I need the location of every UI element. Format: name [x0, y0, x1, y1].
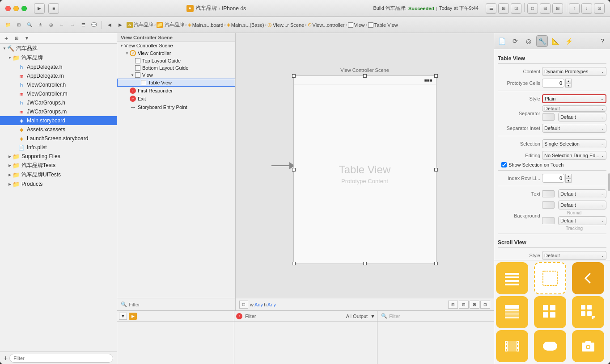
component-camera[interactable] [572, 330, 604, 362]
breadcrumb-storyboard[interactable]: ◈ Main.s...board [188, 22, 224, 28]
editor-standard[interactable]: □ [527, 3, 538, 14]
component-film-strip[interactable] [496, 330, 528, 362]
style-select[interactable]: Plain ⌄ [542, 94, 606, 103]
index-row-increment[interactable]: ▲ [565, 174, 572, 178]
scene-tree-item-bottom-layout[interactable]: ▶ Bottom Layout Guide [117, 64, 235, 71]
inspector-scrollbar[interactable] [608, 173, 610, 191]
sidebar-item-jwcargroups-h[interactable]: ▶ h JWCarGroups.h [0, 98, 117, 107]
inspector-tab-attributes[interactable]: 🔧 [536, 35, 548, 47]
nav-list-btn[interactable]: ☰ [79, 21, 88, 29]
inspector-tab-connections[interactable]: ⚡ [563, 35, 575, 47]
editor-assistant[interactable]: ⊟ [540, 3, 551, 14]
background-color-swatch[interactable] [542, 201, 555, 209]
scene-tree-item-tableview[interactable]: ▶ Table View [117, 79, 235, 87]
sidebar-item-jwcargroups-m[interactable]: ▶ m JWCarGroups.m [0, 107, 117, 116]
breadcrumb-scene[interactable]: ◎ View...r Scene [267, 22, 304, 28]
canvas-size-btn-3[interactable]: ⊠ [470, 301, 479, 309]
breadcrumb-view[interactable]: View [348, 22, 365, 28]
inspector-toggle[interactable]: ↑ [569, 3, 580, 14]
utilities-toggle[interactable]: ⊡ [594, 3, 605, 14]
breadcrumb-storyboard-base[interactable]: ◈ Main.s...(Base) [227, 22, 264, 28]
text-color-swatch[interactable] [542, 190, 555, 197]
canvas-size-btn-4[interactable]: ⊡ [480, 301, 490, 309]
editing-select[interactable]: No Selection During Ed... ⌄ [542, 151, 606, 160]
scene-tree-item-vc[interactable]: ▼ V View Controller [117, 49, 235, 57]
bottom-nav-btn-1[interactable]: ▼ [119, 313, 127, 320]
content-select[interactable]: Dynamic Prototypes ⌄ [542, 67, 606, 76]
minimize-button[interactable] [13, 6, 19, 11]
component-table-full[interactable] [496, 296, 528, 328]
background-select[interactable]: Default ⌄ [558, 201, 606, 209]
scene-tree-item-view[interactable]: ▼ View [117, 71, 235, 79]
component-grid[interactable] [534, 296, 566, 328]
breadcrumb-group[interactable]: 📁 汽车品牌 [157, 21, 184, 28]
nav-warn-btn[interactable]: ⚠ [36, 21, 45, 29]
component-rounded-rect[interactable] [534, 330, 566, 362]
index-row-input[interactable] [542, 174, 564, 183]
sidebar-item-products[interactable]: ▶ 📁 Products [0, 180, 117, 188]
sidebar-item-appdelegate-h[interactable]: ▶ h AppDelegate.h [0, 63, 117, 71]
separator-color-swatch[interactable] [542, 113, 555, 121]
selection-select[interactable]: Single Selection ⌄ [542, 139, 606, 148]
sidebar-item-viewcontroller-m[interactable]: ▶ m ViewController.m [0, 89, 117, 98]
sidebar-item-ui-tests[interactable]: ▶ 📁 汽车品牌UITests [0, 170, 117, 180]
sidebar-item-viewcontroller-h[interactable]: ▶ h ViewController.h [0, 80, 117, 89]
nav-sort-btn[interactable]: ⊞ [12, 34, 21, 42]
maximize-button[interactable] [21, 6, 27, 11]
nav-source-btn[interactable]: ◎ [47, 21, 55, 29]
nav-search-btn[interactable]: 🔍 [25, 21, 34, 29]
nav-add-btn[interactable]: + [2, 34, 11, 42]
panel-toggle-right[interactable]: ⊡ [511, 3, 521, 14]
zoom-btn[interactable]: □ [239, 301, 248, 309]
nav-back-btn[interactable]: ← [57, 21, 66, 29]
component-dashed-box[interactable] [534, 262, 566, 294]
sidebar-item-main-storyboard[interactable]: ▶ ◈ Main.storyboard [0, 116, 117, 125]
panel-toggle-left[interactable]: ☰ [486, 3, 496, 14]
text-select[interactable]: Default ⌄ [558, 189, 606, 198]
sidebar-item-appdelegate-m[interactable]: ▶ m AppDelegate.m [0, 71, 117, 80]
nav-grid-btn[interactable]: ⊞ [14, 21, 23, 29]
nav-folder-btn[interactable]: 📁 [4, 21, 13, 29]
nav-chat-btn[interactable]: 💬 [89, 21, 98, 29]
canvas-size-btn-2[interactable]: ⊟ [459, 301, 469, 309]
scene-tree-item-entry[interactable]: ▶ → Storyboard Entry Point [117, 103, 235, 112]
nav-forward-btn[interactable]: → [68, 21, 77, 29]
sidebar-add-btn[interactable]: + [4, 354, 8, 362]
inspector-tab-identity[interactable]: ◎ [523, 35, 534, 47]
canvas-prev[interactable]: ◀ [105, 21, 114, 29]
prototype-cells-decrement[interactable]: ▼ [565, 83, 572, 88]
bottom-flag-btn[interactable]: ▶ [129, 313, 137, 320]
close-button[interactable] [5, 6, 11, 11]
inspector-tab-quick[interactable]: ⟳ [509, 35, 521, 47]
breadcrumb-controller[interactable]: ⊙ View...ontroller [308, 22, 345, 28]
show-selection-checkbox[interactable] [501, 162, 507, 167]
breadcrumb-project[interactable]: A 汽车品牌 [127, 21, 153, 28]
sidebar-item-info-plist[interactable]: ▶ 📄 Info.plist [0, 143, 117, 152]
inspector-tab-size[interactable]: 📐 [550, 35, 561, 47]
run-button[interactable]: ▶ [34, 3, 45, 14]
canvas-next[interactable]: ▶ [116, 21, 125, 29]
component-table-rows[interactable] [496, 262, 528, 294]
sidebar-item-supporting-files[interactable]: ▶ 📁 Supporting Files [0, 152, 117, 161]
inspector-tab-file[interactable]: 📄 [496, 35, 508, 47]
canvas-size-btn-1[interactable]: ⊞ [448, 301, 458, 309]
breadcrumb-tableview[interactable]: Table View [368, 22, 398, 28]
background-color-swatch-2[interactable] [542, 217, 555, 224]
sidebar-item-launchscreen[interactable]: ▶ ◈ LaunchScreen.storyboard [0, 134, 117, 143]
sidebar-item-tests[interactable]: ▶ 📁 汽车品牌Tests [0, 161, 117, 170]
sidebar-item-root[interactable]: ▼ 🔨 汽车品牌 [0, 44, 117, 53]
panel-toggle-center[interactable]: ⊞ [498, 3, 509, 14]
sidebar-item-assets[interactable]: ▶ ◆ Assets.xcassets [0, 125, 117, 134]
separator-select-2[interactable]: Default ⌄ [558, 113, 606, 121]
component-star-grid[interactable]: ★ [572, 296, 604, 328]
inspector-help-btn[interactable]: ? [597, 35, 608, 47]
separator-select-1[interactable]: Default ⌄ [542, 105, 606, 112]
stop-button[interactable]: ■ [48, 3, 59, 14]
scene-tree-item-exit[interactable]: ▶ ⤺ Exit [117, 95, 235, 103]
index-row-decrement[interactable]: ▼ [565, 178, 572, 183]
prototype-cells-increment[interactable]: ▲ [565, 79, 572, 83]
nav-filter-toggle[interactable]: ▼ [22, 34, 31, 42]
scene-tree-item-first-responder[interactable]: ▶ F First Responder [117, 87, 235, 95]
scene-tree-item-scene[interactable]: ▼ View Controller Scene [117, 42, 235, 49]
component-back-arrow[interactable] [572, 262, 604, 294]
